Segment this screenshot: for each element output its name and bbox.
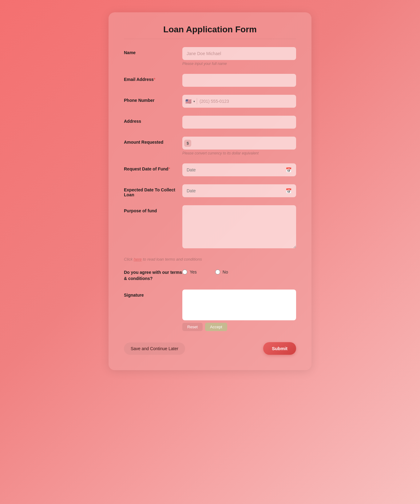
amount-input[interactable] (193, 141, 296, 146)
amount-row: Amount Requested $ Please convert curren… (124, 137, 296, 155)
name-hint: Please input your full name (182, 62, 296, 66)
request-date-input[interactable] (187, 167, 286, 172)
form-card: Loan Application Form Name Please input … (109, 12, 311, 370)
signature-canvas[interactable] (182, 290, 296, 320)
address-field-wrap (182, 116, 296, 129)
form-footer: Save and Continue Later Submit (124, 342, 296, 355)
purpose-label: Purpose of fund (124, 205, 182, 213)
collect-calendar-icon[interactable]: 📅 (286, 188, 292, 194)
purpose-field-wrap (182, 205, 296, 248)
email-label: Email Address* (124, 74, 182, 82)
collect-date-field-wrap: 📅 (182, 184, 296, 197)
amount-label: Amount Requested (124, 137, 182, 145)
name-field-wrap: Please input your full name (182, 47, 296, 66)
email-input[interactable] (182, 74, 296, 87)
phone-flag[interactable]: 🇺🇸 ▾ (185, 98, 195, 104)
radio-group: Yes No (182, 269, 296, 274)
signature-label: Signature (124, 290, 182, 298)
radio-yes-input[interactable] (182, 270, 187, 274)
collect-date-row: Expected Date To Collect Loan 📅 (124, 184, 296, 197)
name-label: Name (124, 47, 182, 55)
terms-text: Click here to read loan terms and condit… (124, 257, 296, 262)
collect-date-input[interactable] (187, 188, 286, 193)
chevron-down-icon: ▾ (193, 100, 195, 103)
radio-yes-label: Yes (190, 270, 197, 274)
phone-field-wrap: 🇺🇸 ▾ (182, 95, 296, 108)
email-row: Email Address* (124, 74, 296, 87)
name-row: Name Please input your full name (124, 47, 296, 66)
request-date-wrapper: 📅 (182, 163, 296, 176)
flag-emoji: 🇺🇸 (185, 98, 192, 104)
phone-row: Phone Number 🇺🇸 ▾ (124, 95, 296, 108)
name-input[interactable] (182, 47, 296, 60)
address-label: Address (124, 116, 182, 124)
signature-buttons: Reset Accept (182, 323, 296, 331)
request-date-label: Request Date of Fund* (124, 163, 182, 171)
collect-date-label: Expected Date To Collect Loan (124, 184, 182, 197)
accept-signature-button[interactable]: Accept (205, 323, 227, 331)
email-field-wrap (182, 74, 296, 87)
phone-input[interactable] (200, 99, 293, 104)
form-title: Loan Application Form (124, 25, 296, 39)
request-date-row: Request Date of Fund* 📅 (124, 163, 296, 176)
phone-label: Phone Number (124, 95, 182, 103)
request-date-field-wrap: 📅 (182, 163, 296, 176)
phone-wrapper: 🇺🇸 ▾ (182, 95, 296, 108)
address-row: Address (124, 116, 296, 129)
radio-no[interactable]: No (215, 270, 228, 274)
reset-signature-button[interactable]: Reset (182, 323, 203, 331)
submit-button[interactable]: Submit (263, 342, 296, 355)
radio-yes[interactable]: Yes (182, 270, 197, 274)
calendar-icon[interactable]: 📅 (286, 167, 292, 173)
agree-label: Do you agree with our terms & conditions… (124, 269, 182, 282)
collect-date-wrapper: 📅 (182, 184, 296, 197)
purpose-textarea[interactable] (182, 205, 296, 248)
address-input[interactable] (182, 116, 296, 129)
terms-link[interactable]: here (134, 257, 142, 262)
phone-divider (197, 98, 197, 104)
radio-no-input[interactable] (215, 270, 220, 274)
signature-field-wrap: Reset Accept (182, 290, 296, 331)
amount-field-wrap: $ Please convert currency to its dollar … (182, 137, 296, 155)
signature-row: Signature Reset Accept (124, 290, 296, 331)
radio-no-label: No (223, 270, 228, 274)
currency-badge: $ (184, 140, 191, 147)
amount-wrapper: $ (182, 137, 296, 150)
agree-row: Do you agree with our terms & conditions… (124, 269, 296, 282)
amount-hint: Please convert currency to its dollar eq… (182, 151, 296, 155)
save-later-button[interactable]: Save and Continue Later (124, 342, 185, 355)
purpose-row: Purpose of fund (124, 205, 296, 248)
